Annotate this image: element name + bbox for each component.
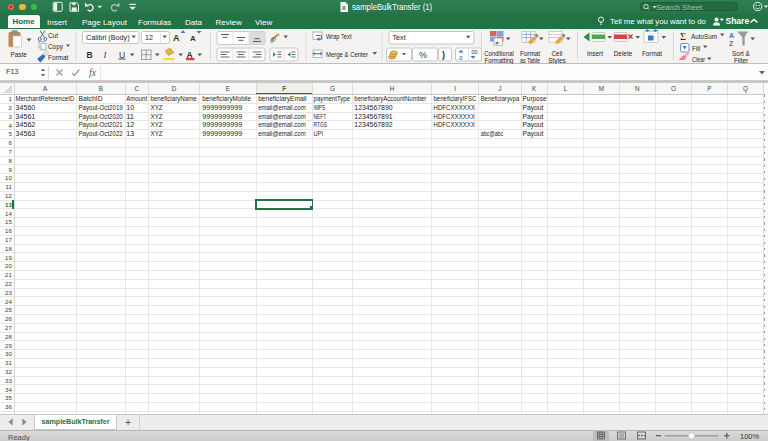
svg-text:Styles: Styles (548, 56, 565, 64)
svg-text:36: 36 (5, 403, 12, 410)
svg-text:UPI: UPI (314, 130, 324, 137)
svg-text:20: 20 (5, 262, 12, 269)
svg-text:10: 10 (5, 174, 12, 181)
svg-text:N: N (635, 85, 640, 92)
svg-text:Payout-Oct2020: Payout-Oct2020 (78, 113, 122, 121)
svg-text:U: U (119, 49, 125, 59)
svg-text:Amount: Amount (126, 95, 147, 102)
svg-text:Filter: Filter (734, 56, 749, 63)
svg-text:Insert: Insert (587, 49, 603, 56)
svg-text:6: 6 (9, 139, 13, 146)
svg-text:IMPS: IMPS (314, 104, 326, 111)
svg-text:email@email.com: email@email.com (258, 130, 306, 137)
svg-text:33: 33 (5, 377, 12, 384)
svg-text:.00: .00 (470, 49, 478, 55)
svg-text:4: 4 (9, 122, 13, 129)
svg-text:12: 12 (5, 192, 12, 199)
svg-text:32: 32 (5, 368, 12, 375)
svg-text:9999999999: 9999999999 (202, 130, 242, 137)
svg-text:I: I (103, 50, 108, 60)
svg-text:27: 27 (5, 324, 12, 331)
svg-text:9999999999: 9999999999 (202, 121, 242, 128)
svg-text:Z: Z (729, 39, 734, 46)
svg-text:M: M (599, 85, 604, 92)
svg-text:Copy: Copy (48, 42, 64, 50)
svg-text:31: 31 (5, 359, 12, 366)
svg-text:Payout-Oct2021: Payout-Oct2021 (78, 121, 122, 129)
svg-text:A: A (173, 33, 180, 43)
svg-text:L: L (564, 85, 568, 92)
svg-text:34563: 34563 (16, 130, 36, 137)
svg-text:Conditional: Conditional (484, 49, 514, 56)
svg-text:Clear: Clear (692, 56, 706, 63)
svg-text:21: 21 (5, 271, 12, 278)
svg-text:G: G (330, 85, 335, 92)
svg-text:BatchID: BatchID (78, 95, 102, 102)
svg-text:30: 30 (5, 350, 12, 357)
svg-text:Merge & Center: Merge & Center (326, 50, 369, 58)
svg-text:16: 16 (5, 227, 12, 234)
svg-text:19: 19 (5, 254, 12, 261)
svg-text:7: 7 (9, 148, 13, 155)
svg-text:1234567892: 1234567892 (354, 121, 392, 128)
svg-text:%: % (419, 50, 427, 60)
svg-text:Text: Text (393, 33, 406, 42)
svg-text:F: F (282, 85, 286, 92)
svg-text:13: 13 (5, 201, 12, 208)
svg-text:Format: Format (520, 49, 540, 56)
svg-text:12: 12 (145, 33, 153, 42)
svg-text:11: 11 (6, 183, 13, 190)
svg-text:Payout: Payout (523, 121, 544, 129)
svg-text:Q: Q (743, 85, 748, 93)
svg-text:9999999999: 9999999999 (202, 104, 242, 111)
svg-text:Wrap Text: Wrap Text (326, 32, 352, 40)
svg-text:P: P (707, 85, 711, 92)
svg-text:Σ: Σ (680, 30, 686, 41)
svg-text:fx: fx (89, 68, 97, 78)
svg-text:A: A (729, 31, 734, 38)
svg-text:email@email.com: email@email.com (258, 121, 306, 128)
svg-text:15: 15 (5, 218, 12, 225)
svg-text:25: 25 (5, 306, 12, 313)
svg-text:Fill: Fill (692, 44, 700, 51)
svg-text:1: 1 (9, 95, 13, 102)
svg-text:1234567891: 1234567891 (354, 113, 392, 120)
svg-text:26: 26 (5, 315, 12, 322)
svg-text:HDFCXXXXXX: HDFCXXXXXX (434, 113, 476, 120)
svg-text:): ) (442, 49, 445, 59)
svg-text:Payout: Payout (523, 104, 544, 112)
svg-text:Format: Format (642, 49, 662, 56)
svg-text:28: 28 (5, 333, 12, 340)
svg-text:O: O (671, 85, 676, 92)
svg-text:2: 2 (9, 104, 13, 111)
svg-text:Formatting: Formatting (485, 56, 514, 64)
svg-text:10: 10 (126, 104, 134, 111)
svg-text:14: 14 (5, 210, 12, 217)
svg-text:MerchantReferenceID: MerchantReferenceID (16, 95, 75, 102)
svg-text:9: 9 (9, 166, 13, 173)
svg-text:Beneficiaryvpa: Beneficiaryvpa (481, 95, 520, 103)
svg-text:34560: 34560 (16, 104, 36, 111)
svg-text:8: 8 (9, 157, 13, 164)
svg-text:B: B (87, 50, 93, 60)
svg-text:XYZ: XYZ (151, 121, 164, 128)
svg-text:email@email.com: email@email.com (258, 113, 306, 120)
svg-text:RTGS: RTGS (314, 121, 328, 128)
svg-text:5: 5 (9, 130, 13, 137)
svg-text:HDFCXXXXXX: HDFCXXXXXX (434, 104, 476, 111)
svg-text:.0: .0 (458, 54, 463, 60)
svg-text:Calibri (Body): Calibri (Body) (86, 33, 130, 42)
svg-text:as Table: as Table (520, 56, 540, 63)
svg-text:beneficiaryName: beneficiaryName (151, 95, 197, 103)
svg-text:12: 12 (126, 121, 134, 128)
svg-text:34562: 34562 (16, 121, 36, 128)
svg-text:email@email.com: email@email.com (258, 104, 306, 111)
svg-text:29: 29 (5, 342, 12, 349)
svg-text:Payout-Oct2019: Payout-Oct2019 (78, 104, 122, 112)
svg-text:Cut: Cut (48, 31, 58, 38)
svg-text:XYZ: XYZ (151, 130, 164, 137)
svg-text:24: 24 (5, 298, 12, 305)
svg-text:34561: 34561 (16, 113, 36, 120)
svg-text:paymentType: paymentType (314, 95, 351, 103)
svg-text:H: H (390, 85, 395, 92)
